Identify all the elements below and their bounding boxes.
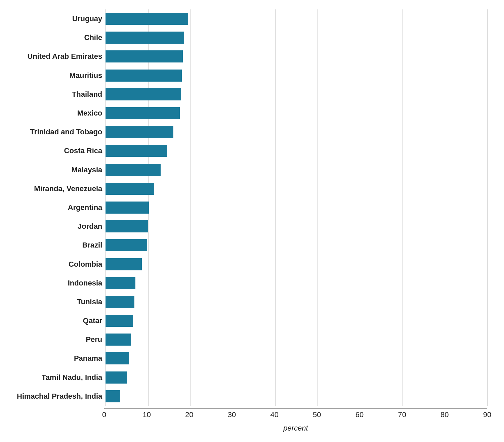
bar [106, 371, 127, 384]
x-tick: 0 [102, 410, 106, 419]
x-tick: 50 [313, 410, 321, 419]
bar-row [106, 11, 487, 26]
y-label: Chile [84, 34, 102, 41]
y-label: Tamil Nadu, India [42, 374, 102, 381]
y-label: Trinidad and Tobago [30, 128, 102, 136]
bar [106, 13, 188, 25]
bar [106, 202, 149, 214]
bar-row [106, 106, 487, 121]
y-label: Brazil [82, 241, 102, 249]
x-tick: 60 [355, 410, 364, 419]
y-label: Himachal Pradesh, India [17, 393, 102, 400]
y-labels: UruguayChileUnited Arab EmiratesMauritiu… [17, 9, 106, 406]
x-tick: 10 [142, 410, 151, 419]
bar-row [106, 30, 487, 45]
bar-row [106, 238, 487, 253]
bar-row [106, 332, 487, 347]
bar-row [106, 181, 487, 196]
bar [106, 258, 141, 270]
y-label: Jordan [78, 223, 102, 230]
x-axis-line [104, 408, 487, 409]
y-label: United Arab Emirates [27, 53, 102, 60]
bar-row [106, 49, 487, 64]
bar-row [106, 87, 487, 102]
x-ticks: 0102030405060708090 [104, 410, 487, 421]
bar [106, 50, 183, 62]
bars-area [106, 9, 487, 406]
y-label: Thailand [72, 91, 102, 98]
chart-area: UruguayChileUnited Arab EmiratesMauritiu… [17, 9, 487, 406]
bar [106, 183, 154, 195]
y-label: Tunisia [77, 298, 102, 306]
bar [106, 277, 135, 289]
bar-row [106, 295, 487, 309]
y-label: Qatar [83, 317, 102, 324]
grid-line [487, 9, 488, 406]
x-tick: 20 [185, 410, 193, 419]
y-label: Mexico [77, 109, 102, 117]
x-tick: 70 [398, 410, 406, 419]
x-axis-label: percent [104, 424, 487, 433]
bar-row [106, 351, 487, 366]
bar [106, 220, 148, 232]
y-label: Argentina [68, 204, 102, 211]
bar [106, 126, 173, 138]
bar-row [106, 143, 487, 158]
y-label: Mauritius [70, 72, 102, 79]
bar-row [106, 163, 487, 177]
bar-row [106, 219, 487, 234]
bar [106, 334, 131, 346]
bar [106, 32, 184, 44]
bar [106, 70, 182, 82]
x-tick: 90 [483, 410, 491, 419]
bar [106, 296, 134, 308]
bar [106, 145, 167, 157]
bar-row [106, 276, 487, 291]
y-label: Indonesia [68, 279, 102, 287]
bar [106, 315, 133, 327]
bar [106, 88, 181, 100]
x-tick: 80 [440, 410, 449, 419]
y-label: Colombia [69, 261, 102, 268]
bar [106, 239, 147, 251]
bar-row [106, 200, 487, 215]
x-tick: 30 [228, 410, 236, 419]
bar [106, 107, 180, 119]
bar-row [106, 125, 487, 139]
y-label: Miranda, Venezuela [34, 185, 102, 192]
bar-row [106, 370, 487, 385]
bar-row [106, 389, 487, 404]
bar [106, 164, 161, 176]
bar [106, 390, 120, 402]
x-axis: 0102030405060708090 percent [104, 406, 487, 433]
y-label: Panama [74, 355, 102, 362]
bar-row [106, 68, 487, 83]
bar-row [106, 257, 487, 272]
y-label: Peru [86, 336, 102, 343]
bar [106, 352, 129, 364]
bar-row [106, 313, 487, 328]
y-label: Malaysia [72, 166, 102, 174]
y-label: Uruguay [72, 15, 102, 23]
chart-container: UruguayChileUnited Arab EmiratesMauritiu… [17, 9, 487, 433]
x-tick: 40 [270, 410, 278, 419]
y-label: Costa Rica [64, 147, 102, 154]
